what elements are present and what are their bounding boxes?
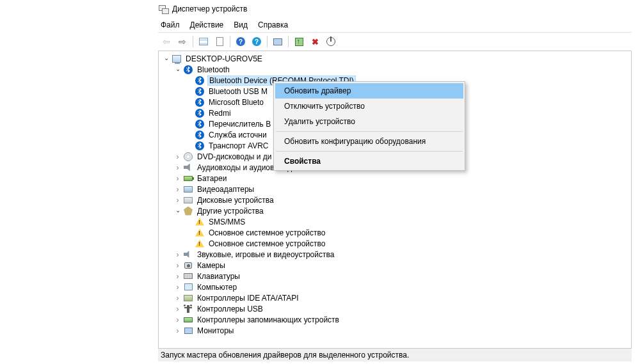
category-label[interactable]: Контроллеры IDE ATA/ATAPI [196, 294, 300, 303]
category-sound[interactable]: Звуковые, игровые и видеоустройства [159, 249, 631, 260]
device-label[interactable]: SMS/MMS [207, 218, 246, 226]
expand-toggle[interactable] [174, 186, 181, 193]
category-label[interactable]: Мониторы [196, 326, 235, 335]
menu-view[interactable]: Вид [234, 20, 248, 29]
category-label[interactable]: Звуковые, игровые и видеоустройства [196, 250, 335, 259]
device-label[interactable]: Служба источни [207, 131, 268, 139]
sound-icon [183, 249, 193, 260]
category-bluetooth[interactable]: Bluetooth [159, 64, 631, 75]
category-batteries[interactable]: Батареи [159, 173, 631, 184]
bluetooth-icon [195, 75, 205, 86]
other-devices-icon [183, 206, 193, 216]
forward-button[interactable]: ⇨ [175, 35, 189, 49]
ctx-scan-hardware[interactable]: Обновить конфигурацию оборудования [275, 134, 463, 149]
category-label[interactable]: Дисковые устройства [196, 196, 275, 205]
category-usb[interactable]: Контроллеры USB [159, 303, 631, 314]
expand-toggle[interactable] [174, 316, 181, 323]
help-button[interactable]: ? [234, 35, 248, 49]
ctx-properties[interactable]: Свойства [275, 154, 463, 169]
category-label[interactable]: Батареи [196, 174, 228, 183]
category-monitors[interactable]: Мониторы [159, 325, 631, 336]
category-keyboards[interactable]: Клавиатуры [159, 271, 631, 281]
category-storage-controllers[interactable]: Контроллеры запоминающих устройств [159, 314, 631, 325]
ctx-uninstall-device[interactable]: Удалить устройство [275, 114, 463, 129]
titlebar: Диспетчер устройств [158, 3, 632, 18]
category-label[interactable]: Камеры [196, 261, 227, 270]
device-label[interactable]: Основное системное устройство [207, 228, 326, 237]
category-label[interactable]: Другие устройства [196, 207, 265, 216]
device-label[interactable]: Основное системное устройство [207, 239, 326, 248]
uninstall-device-button[interactable]: ✖ [308, 35, 322, 49]
menu-help[interactable]: Справка [258, 20, 288, 29]
tree-root[interactable]: DESKTOP-UGROV5E [159, 53, 631, 64]
expand-toggle[interactable] [174, 175, 181, 182]
help-topics-button[interactable]: ? [250, 35, 264, 49]
category-label[interactable]: Видеоадаптеры [196, 185, 255, 194]
category-label[interactable]: Клавиатуры [196, 272, 241, 281]
bluetooth-icon [195, 141, 205, 151]
scan-hardware-button[interactable] [271, 35, 285, 49]
disk-icon [183, 195, 193, 205]
category-label[interactable]: DVD-дисководы и ди [196, 152, 273, 161]
category-label[interactable]: Контроллеры USB [196, 305, 264, 313]
expand-toggle[interactable] [174, 273, 181, 280]
battery-icon [183, 173, 193, 184]
statusbar: Запуск мастера обновления драйверов для … [158, 348, 632, 361]
category-disk[interactable]: Дисковые устройства [159, 194, 631, 205]
ctx-separator [276, 131, 463, 132]
toolbar-separator [267, 36, 268, 47]
expand-toggle[interactable] [174, 66, 181, 73]
update-driver-button[interactable] [292, 35, 306, 49]
expand-toggle[interactable] [174, 327, 181, 334]
device-item[interactable]: SMS/MMS [159, 216, 631, 227]
ctx-separator [276, 151, 463, 152]
expand-toggle[interactable] [174, 251, 181, 258]
context-menu: Обновить драйвер Отключить устройство Уд… [273, 81, 465, 171]
category-cameras[interactable]: Камеры [159, 260, 631, 271]
category-label[interactable]: Контроллеры запоминающих устройств [196, 315, 340, 324]
back-button[interactable]: ⇦ [159, 35, 173, 49]
expand-toggle[interactable] [174, 262, 181, 269]
menu-file[interactable]: Файл [161, 20, 180, 29]
bluetooth-icon [195, 97, 205, 107]
expand-toggle[interactable] [174, 153, 181, 160]
toolbar-separator [230, 36, 230, 47]
category-ide[interactable]: Контроллеры IDE ATA/ATAPI [159, 292, 631, 303]
expand-toggle[interactable] [174, 207, 181, 214]
category-video[interactable]: Видеоадаптеры [159, 184, 631, 194]
toolbar-separator [288, 36, 289, 47]
enable-device-button[interactable] [324, 35, 338, 49]
menu-action[interactable]: Действие [190, 20, 224, 29]
warning-icon [195, 239, 205, 249]
status-text: Запуск мастера обновления драйверов для … [161, 351, 409, 360]
monitor-icon [183, 326, 193, 336]
expand-toggle[interactable] [174, 196, 181, 203]
device-manager-icon [158, 4, 168, 14]
device-manager-window: Диспетчер устройств Файл Действие Вид Сп… [158, 3, 632, 352]
category-label[interactable]: Bluetooth [196, 65, 231, 74]
device-label[interactable]: Microsoft Blueto [207, 98, 265, 107]
ctx-update-driver[interactable]: Обновить драйвер [275, 83, 463, 99]
expand-toggle[interactable] [174, 164, 181, 171]
device-item[interactable]: Основное системное устройство [159, 238, 631, 249]
show-hide-tree-button[interactable] [196, 35, 211, 49]
category-label[interactable]: Компьютер [196, 283, 238, 292]
audio-icon [183, 162, 193, 173]
device-label[interactable]: Redmi [207, 109, 232, 118]
category-other[interactable]: Другие устройства [159, 205, 631, 216]
ctx-disable-device[interactable]: Отключить устройство [275, 99, 463, 114]
device-label[interactable]: Перечислитель B [207, 120, 272, 129]
device-item[interactable]: Основное системное устройство [159, 227, 631, 238]
category-computer[interactable]: Компьютер [159, 281, 631, 292]
expand-toggle[interactable] [163, 55, 170, 62]
camera-icon [183, 260, 193, 271]
root-label[interactable]: DESKTOP-UGROV5E [184, 54, 264, 63]
expand-toggle[interactable] [174, 283, 181, 290]
expand-toggle[interactable] [174, 305, 181, 312]
usb-icon [183, 304, 193, 314]
ide-controller-icon [183, 293, 193, 303]
expand-toggle[interactable] [174, 294, 181, 301]
device-label[interactable]: Bluetooth USB M [207, 87, 269, 96]
properties-button[interactable] [212, 35, 227, 49]
device-label[interactable]: Транспорт AVRC [207, 141, 270, 150]
